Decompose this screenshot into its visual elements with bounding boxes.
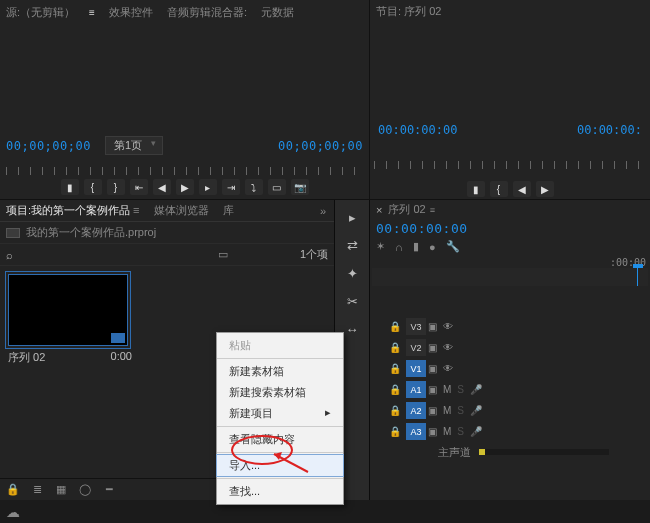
source-tab-metadata[interactable]: 元数据 (261, 5, 294, 20)
mark-out-icon[interactable]: } (107, 179, 125, 195)
project-tab-overflow-icon[interactable]: » (320, 205, 328, 217)
project-clip-duration: 0:00 (111, 350, 132, 365)
source-time-ruler[interactable] (6, 157, 363, 177)
creative-cloud-icon[interactable]: ☁ (6, 504, 20, 520)
project-tab-media-browser[interactable]: 媒体浏览器 (154, 203, 209, 218)
linked-selection-icon[interactable]: ∩ (395, 241, 403, 253)
tab-menu-icon[interactable]: ≡ (430, 205, 435, 215)
menu-item[interactable]: 新建项目 ▸ (217, 403, 343, 424)
toggle-eye-icon[interactable]: 👁 (443, 342, 453, 353)
audio-track-a1[interactable]: 🔒 A1 ▣MS🎤 (372, 379, 648, 400)
toggle-output-icon[interactable]: ▣ (428, 321, 437, 332)
source-tab-audio-mixer[interactable]: 音频剪辑混合器: (167, 5, 247, 20)
audio-track-a2[interactable]: 🔒 A2 ▣MS🎤 (372, 400, 648, 421)
source-in-timecode[interactable]: 00;00;00;00 (6, 139, 91, 153)
video-track-v1[interactable]: 🔒 V1 ▣👁 (372, 358, 648, 379)
menu-item: 粘贴 (217, 335, 343, 356)
snap-icon[interactable]: ✶ (376, 240, 385, 253)
toggle-output-icon[interactable]: ▣ (428, 363, 437, 374)
audio-master-track[interactable]: 主声道 (372, 442, 648, 462)
program-in-timecode[interactable]: 00:00:00:00 (378, 123, 457, 137)
track-tag[interactable]: A1 (406, 381, 426, 398)
source-tabs: 源:（无剪辑） ≡ 效果控件 音频剪辑混合器: 元数据 (4, 2, 365, 23)
mic-icon[interactable]: 🎤 (470, 426, 482, 437)
track-lock-icon[interactable]: 🔒 (389, 384, 401, 395)
menu-item[interactable]: 新建搜索素材箱 (217, 382, 343, 403)
goto-in-icon[interactable]: ⇤ (130, 179, 148, 195)
source-page-dropdown[interactable]: 第1页 (105, 136, 163, 155)
track-lock-icon[interactable]: 🔒 (389, 321, 401, 332)
icon-view-icon[interactable]: ▦ (54, 483, 68, 497)
track-tag[interactable]: A2 (406, 402, 426, 419)
mic-icon[interactable]: 🎤 (470, 405, 482, 416)
marker-icon[interactable]: ▮ (467, 181, 485, 197)
toggle-eye-icon[interactable]: 👁 (443, 321, 453, 332)
mark-in-icon[interactable]: { (84, 179, 102, 195)
track-tag[interactable]: V3 (406, 318, 426, 335)
timeline-tracks: 🔒 V3 ▣👁 🔒 V2 ▣👁 🔒 V1 ▣👁 🔒 A1 ▣MS🎤 (370, 314, 650, 464)
overwrite-icon[interactable]: ▭ (268, 179, 286, 195)
source-tab-menu-icon[interactable]: ≡ (89, 7, 95, 18)
track-lock-icon[interactable]: 🔒 (389, 405, 401, 416)
razor-tool-icon[interactable]: ✂ (342, 292, 362, 310)
play-icon[interactable]: ▶ (536, 181, 554, 197)
menu-item[interactable]: 新建素材箱 (217, 361, 343, 382)
program-out-timecode[interactable]: 00:00:00: (577, 123, 642, 137)
step-back-icon[interactable]: ◀ (513, 181, 531, 197)
track-tag[interactable]: A3 (406, 423, 426, 440)
program-tab[interactable]: 节目: 序列 02 (374, 2, 646, 21)
export-frame-icon[interactable]: 📷 (291, 179, 309, 195)
toggle-output-icon[interactable]: ▣ (428, 405, 437, 416)
track-lock-icon[interactable]: 🔒 (389, 426, 401, 437)
timeline-playhead[interactable] (637, 268, 638, 286)
source-out-timecode[interactable]: 00;00;00;00 (278, 139, 363, 153)
lock-icon[interactable]: 🔒 (6, 483, 20, 497)
video-track-v2[interactable]: 🔒 V2 ▣👁 (372, 337, 648, 358)
marker-icon[interactable]: ▮ (61, 179, 79, 195)
markers-icon[interactable]: ▮ (413, 240, 419, 253)
toggle-output-icon[interactable]: ▣ (428, 384, 437, 395)
track-tag[interactable]: V2 (406, 339, 426, 356)
mic-icon[interactable]: 🎤 (470, 384, 482, 395)
play-icon[interactable]: ▶ (176, 179, 194, 195)
source-tab-effects[interactable]: 效果控件 (109, 5, 153, 20)
project-context-menu: 粘贴新建素材箱新建搜索素材箱新建项目 ▸查看隐藏内容导入...查找... (216, 332, 344, 505)
menu-item[interactable]: 导入... (217, 455, 343, 476)
mark-in-icon[interactable]: { (490, 181, 508, 197)
menu-item[interactable]: 查看隐藏内容 (217, 429, 343, 450)
settings-dot-icon[interactable]: ● (429, 241, 436, 253)
track-lock-icon[interactable]: 🔒 (389, 342, 401, 353)
insert-icon[interactable]: ⤵ (245, 179, 263, 195)
slip-tool-icon[interactable]: ↔ (342, 320, 362, 338)
step-back-icon[interactable]: ◀ (153, 179, 171, 195)
step-fwd-icon[interactable]: ▸ (199, 179, 217, 195)
audio-track-a3[interactable]: 🔒 A3 ▣MS🎤 (372, 421, 648, 442)
timeline-timecode[interactable]: 00:00:00:00 (376, 219, 644, 240)
menu-separator (217, 452, 343, 453)
source-tab-source[interactable]: 源:（无剪辑） (6, 5, 75, 20)
goto-out-icon[interactable]: ⇥ (222, 179, 240, 195)
track-select-tool-icon[interactable]: ⇄ (342, 236, 362, 254)
menu-item[interactable]: 查找... (217, 481, 343, 502)
list-view-icon[interactable]: ≣ (30, 483, 44, 497)
bin-icon[interactable]: ▭ (216, 248, 230, 262)
project-tab-libraries[interactable]: 库 (223, 203, 234, 218)
toggle-output-icon[interactable]: ▣ (428, 426, 437, 437)
ripple-tool-icon[interactable]: ✦ (342, 264, 362, 282)
timeline-ruler[interactable] (372, 268, 648, 286)
program-time-ruler[interactable] (374, 151, 646, 171)
project-clip-name[interactable]: 序列 02 (8, 350, 45, 365)
track-lock-icon[interactable]: 🔒 (389, 363, 401, 374)
track-tag[interactable]: V1 (406, 360, 426, 377)
wrench-icon[interactable]: 🔧 (446, 240, 460, 253)
freeform-view-icon[interactable]: ◯ (78, 483, 92, 497)
toggle-eye-icon[interactable]: 👁 (443, 363, 453, 374)
timeline-sequence-tab[interactable]: 序列 02 (388, 202, 425, 217)
toggle-output-icon[interactable]: ▣ (428, 342, 437, 353)
project-clip-thumbnail[interactable] (8, 274, 128, 346)
video-track-v3[interactable]: 🔒 V3 ▣👁 (372, 316, 648, 337)
selection-tool-icon[interactable]: ▸ (342, 208, 362, 226)
zoom-slider[interactable]: ━ (102, 483, 116, 497)
project-tab-active[interactable]: 项目:我的第一个案例作品 (6, 203, 140, 218)
search-icon[interactable]: ⌕ (6, 249, 13, 261)
